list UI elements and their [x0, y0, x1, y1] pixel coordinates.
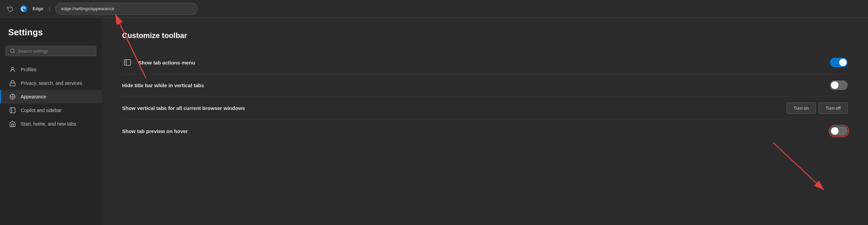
svg-point-2	[11, 49, 14, 53]
sidebar-item-privacy[interactable]: Privacy, search, and services	[0, 76, 102, 90]
sidebar-item-profiles[interactable]: Profiles	[0, 63, 102, 76]
svg-rect-5	[10, 83, 15, 86]
turn-on-button[interactable]: Turn on	[787, 102, 816, 114]
svg-rect-14	[124, 60, 131, 65]
sidebar-label-appearance: Appearance	[21, 94, 46, 99]
setting-row-hide-title-bar: Hide title bar while in vertical tabs	[122, 74, 848, 96]
browser-name: Edge	[33, 6, 43, 11]
url-display: edge://settings/appearance	[61, 6, 114, 11]
main-layout: Settings Profiles	[0, 18, 868, 225]
edge-logo	[19, 4, 28, 14]
sidebar-label-start: Start, home, and new tabs	[21, 121, 76, 127]
show-tab-actions-label: Show tab actions menu	[138, 60, 830, 65]
svg-line-3	[14, 52, 15, 53]
show-tab-actions-toggle[interactable]	[830, 58, 848, 67]
appearance-icon	[9, 93, 16, 100]
toggle-slider	[830, 58, 848, 67]
turn-off-button[interactable]: Turn off	[818, 102, 848, 114]
sidebar-label-copilot: Copilot and sidebar	[21, 108, 62, 113]
settings-title: Settings	[0, 27, 102, 46]
vertical-tabs-btn-group: Turn on Turn off	[787, 102, 848, 114]
sidebar-item-appearance[interactable]: Appearance	[0, 90, 102, 104]
setting-row-tab-preview: Show tab preview on hover	[122, 120, 848, 142]
top-bar: Edge | edge://settings/appearance	[0, 0, 868, 18]
home-icon	[9, 120, 16, 127]
address-bar[interactable]: edge://settings/appearance	[55, 3, 198, 15]
toggle-slider-3	[830, 126, 848, 136]
copilot-icon	[9, 107, 16, 114]
show-vertical-tabs-label: Show vertical tabs for all current brows…	[122, 105, 787, 111]
hide-title-bar-label: Hide title bar while in vertical tabs	[122, 82, 830, 88]
show-tab-preview-label: Show tab preview on hover	[122, 128, 830, 134]
reload-button[interactable]	[5, 4, 15, 14]
sidebar-label-privacy: Privacy, search, and services	[21, 80, 82, 86]
setting-row-show-tab-actions: Show tab actions menu	[122, 51, 848, 74]
section-title: Customize toolbar	[122, 31, 848, 40]
sidebar-item-start[interactable]: Start, home, and new tabs	[0, 117, 102, 131]
content-area: Customize toolbar Show tab actions menu …	[102, 18, 868, 225]
search-box[interactable]	[5, 46, 96, 56]
svg-point-7	[12, 96, 14, 98]
svg-rect-12	[10, 108, 15, 113]
show-tab-preview-toggle[interactable]	[830, 126, 848, 136]
tab-actions-icon	[122, 57, 133, 68]
search-input[interactable]	[18, 49, 92, 54]
search-icon	[10, 48, 15, 54]
privacy-icon	[9, 80, 16, 87]
sidebar-item-copilot[interactable]: Copilot and sidebar	[0, 104, 102, 117]
setting-row-show-vertical-tabs: Show vertical tabs for all current brows…	[122, 96, 848, 120]
sidebar-label-profiles: Profiles	[21, 67, 37, 72]
hide-title-bar-toggle[interactable]	[830, 80, 848, 90]
separator: |	[49, 6, 50, 12]
profile-icon	[9, 66, 16, 73]
toggle-slider-2	[830, 80, 848, 90]
sidebar: Settings Profiles	[0, 18, 102, 225]
svg-point-4	[12, 67, 14, 70]
